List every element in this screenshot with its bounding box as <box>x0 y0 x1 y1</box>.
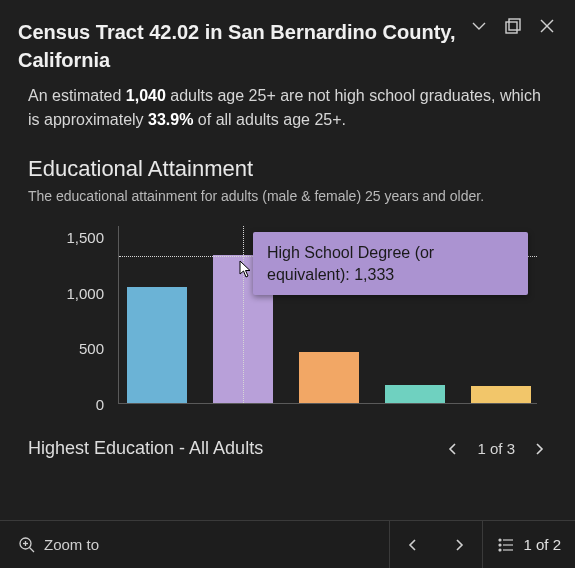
feature-nav <box>390 521 483 568</box>
feature-next-button[interactable] <box>436 521 482 568</box>
summary-count: 1,040 <box>126 87 166 104</box>
y-tick-label: 1,000 <box>66 284 104 301</box>
feature-index[interactable]: 1 of 2 <box>483 521 575 568</box>
zoom-to-button[interactable]: Zoom to <box>0 521 390 568</box>
chart-tooltip: High School Degree (or equivalent): 1,33… <box>253 232 528 295</box>
summary-text: An estimated 1,040 adults age 25+ are no… <box>28 84 547 132</box>
popup-panel: Census Tract 42.02 in San Bernardino Cou… <box>0 0 575 568</box>
magnifier-plus-icon <box>18 536 36 554</box>
bar[interactable] <box>299 352 359 403</box>
chart-title: Educational Attainment <box>28 156 547 182</box>
chart-pager: 1 of 3 <box>445 440 547 457</box>
summary-prefix: An estimated <box>28 87 126 104</box>
hover-guide-vertical <box>243 226 244 403</box>
chart-pager-text: 1 of 3 <box>477 440 515 457</box>
svg-rect-1 <box>506 22 517 33</box>
popup-header: Census Tract 42.02 in San Bernardino Cou… <box>0 0 575 84</box>
chart-footer: Highest Education - All Adults 1 of 3 <box>28 438 547 459</box>
plot-area: High School Degree (or equivalent): 1,33… <box>118 226 537 404</box>
svg-line-5 <box>30 547 35 552</box>
feature-index-text: 1 of 2 <box>523 536 561 553</box>
bar[interactable] <box>471 386 531 403</box>
svg-rect-0 <box>509 19 520 30</box>
header-actions <box>469 16 557 36</box>
chart-prev-button[interactable] <box>445 441 461 457</box>
list-icon <box>497 536 515 554</box>
x-axis-caption: Highest Education - All Adults <box>28 438 445 459</box>
close-icon[interactable] <box>537 16 557 36</box>
bar[interactable] <box>385 385 445 403</box>
chart-subtitle: The educational attainment for adults (m… <box>28 188 547 204</box>
svg-point-10 <box>499 549 501 551</box>
svg-point-8 <box>499 539 501 541</box>
feature-prev-button[interactable] <box>390 521 436 568</box>
bar-chart[interactable]: 05001,0001,500 High School Degree (or eq… <box>38 226 537 426</box>
collapse-icon[interactable] <box>469 16 489 36</box>
popup-footer: Zoom to 1 of 2 <box>0 520 575 568</box>
popup-title: Census Tract 42.02 in San Bernardino Cou… <box>18 18 469 74</box>
summary-suffix: of all adults age 25+. <box>193 111 346 128</box>
zoom-label: Zoom to <box>44 536 99 553</box>
y-tick-label: 1,500 <box>66 229 104 246</box>
chart-next-button[interactable] <box>531 441 547 457</box>
popup-body: An estimated 1,040 adults age 25+ are no… <box>0 84 575 520</box>
bar[interactable] <box>127 287 187 403</box>
y-tick-label: 0 <box>96 396 104 413</box>
svg-point-9 <box>499 544 501 546</box>
y-tick-label: 500 <box>79 340 104 357</box>
dock-icon[interactable] <box>503 16 523 36</box>
summary-pct: 33.9% <box>148 111 193 128</box>
y-axis: 05001,0001,500 <box>38 226 110 404</box>
